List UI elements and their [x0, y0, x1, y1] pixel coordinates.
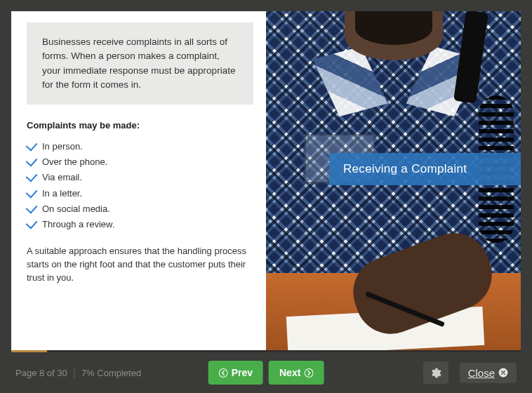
close-button[interactable]: Close [460, 363, 517, 383]
divider: | [73, 366, 76, 379]
slide-title-overlay: Receiving a Complaint [329, 153, 521, 185]
list-heading: Complaints may be made: [27, 120, 251, 131]
list-item: Through a review. [27, 217, 251, 232]
next-label: Next [279, 367, 300, 378]
chevron-right-circle-icon [304, 368, 313, 378]
prev-label: Prev [232, 367, 253, 378]
gear-icon [430, 367, 441, 379]
list-item: In a letter. [27, 186, 251, 201]
slide-title: Receiving a Complaint [343, 162, 467, 175]
close-label: Close [468, 367, 495, 379]
svg-point-0 [219, 368, 227, 377]
completion-indicator: 7% Completed [81, 368, 141, 378]
hero-image: Receiving a Complaint [266, 11, 521, 350]
list-item: On social media. [27, 201, 251, 217]
close-circle-icon [498, 368, 508, 378]
next-button[interactable]: Next [269, 361, 324, 385]
list-item: In person. [27, 139, 251, 154]
intro-box: Businesses receive complaints in all sor… [27, 22, 253, 105]
settings-button[interactable] [423, 361, 448, 384]
list-item: Over the phone. [27, 154, 251, 170]
svg-point-1 [305, 368, 313, 377]
complaints-list: In person. Over the phone. Via email. In… [27, 139, 251, 232]
intro-text: Businesses receive complaints in all sor… [42, 35, 238, 92]
chevron-left-circle-icon [219, 368, 228, 378]
prev-button[interactable]: Prev [208, 361, 263, 385]
page-indicator: Page 8 of 30 [15, 368, 67, 378]
followup-text: A suitable approach ensures that the han… [27, 245, 251, 285]
list-item: Via email. [27, 170, 251, 185]
